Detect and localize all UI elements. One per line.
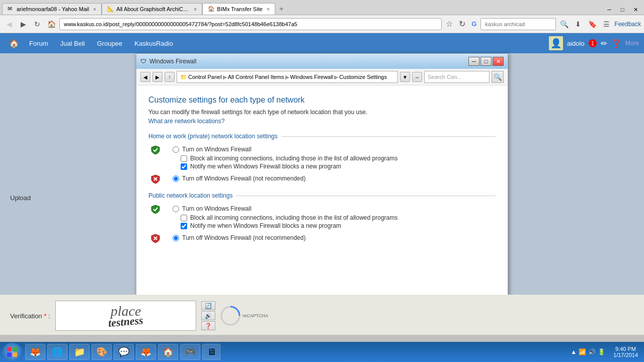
tray-battery-icon[interactable]: 🔋: [598, 348, 605, 355]
browser-window-controls: ─ □ ✕: [603, 5, 642, 15]
private-checkbox-notify[interactable]: [181, 163, 187, 170]
public-radio-off-label: Turn off Windows Firewall (not recommend…: [182, 234, 305, 241]
dialog-breadcrumb: 📁 Control Panel ▶ All Control Panel Item…: [177, 71, 398, 83]
tray-network-icon[interactable]: 📶: [579, 348, 586, 355]
start-button[interactable]: [2, 343, 22, 361]
tab-close-3[interactable]: ×: [267, 6, 270, 12]
refresh-icon[interactable]: ↻: [457, 19, 467, 29]
taskbar-item-8[interactable]: 🎮: [180, 344, 200, 360]
taskbar-item-3[interactable]: 📁: [69, 344, 90, 360]
tab-yahoo-mail[interactable]: ✉ ariefmonoarfa08 - Yahoo Mail ×: [2, 3, 102, 15]
browser-restore-button[interactable]: □: [616, 5, 629, 15]
public-checkbox-notify[interactable]: [181, 223, 187, 229]
edit-icon[interactable]: ✏: [601, 39, 607, 48]
tab-bimx[interactable]: 🏠 BIMx Transfer Site ×: [202, 3, 275, 15]
site-nav-jualbeli[interactable]: Jual Beli: [54, 36, 91, 51]
breadcrumb-dropdown-button[interactable]: ▼: [400, 72, 410, 82]
browser-minimize-button[interactable]: ─: [603, 5, 616, 15]
tab-close-1[interactable]: ×: [93, 6, 96, 12]
clock-time: 9:40 PM: [613, 346, 638, 352]
captcha-help-button[interactable]: ❓: [201, 321, 215, 330]
public-off-controls: Turn off Windows Firewall (not recommend…: [163, 232, 496, 243]
public-radio-on-row: Turn on Windows Firewall: [173, 205, 496, 212]
site-nav: 🏠 Forum Jual Beli Groupee KaskusRadio 👤 …: [0, 33, 644, 53]
tray-up-icon[interactable]: ▲: [571, 348, 577, 355]
home-button[interactable]: 🏠: [45, 18, 57, 30]
private-section-title: Home or work (private) network location …: [148, 133, 278, 140]
private-off-controls: Turn off Windows Firewall (not recommend…: [163, 173, 496, 184]
search-button[interactable]: 🔍: [558, 18, 570, 30]
taskbar-item-9[interactable]: 🖥: [202, 344, 220, 360]
dialog-search-button[interactable]: 🔍: [492, 71, 504, 83]
dialog-up-button[interactable]: ↑: [165, 72, 175, 82]
public-checkbox-block[interactable]: [181, 215, 187, 221]
taskbar-right: ▲ 📶 🔊 🔋 9:40 PM 1/17/2014: [569, 346, 642, 358]
public-radio-on[interactable]: [173, 206, 179, 212]
dialog-minimize-button[interactable]: ─: [468, 57, 479, 66]
taskbar-item-4[interactable]: 🎨: [92, 344, 112, 360]
star-icon[interactable]: ☆: [444, 19, 455, 29]
back-button[interactable]: ◀: [3, 18, 15, 30]
network-locations-link[interactable]: What are network locations?: [148, 118, 224, 125]
public-section-header: Public network location settings: [148, 192, 496, 199]
menu-button[interactable]: ☰: [600, 18, 612, 30]
taskbar-item-2[interactable]: 🌐: [47, 344, 67, 360]
captcha-word2: testness: [108, 314, 144, 330]
site-nav-home-icon[interactable]: 🏠: [5, 35, 23, 52]
recaptcha-label: reCAPTCHA: [243, 313, 268, 318]
dialog-refresh-button[interactable]: ↔: [412, 72, 422, 82]
private-on-shield-icon: [148, 144, 163, 155]
tab-favicon-1: ✉: [8, 6, 15, 13]
clock-date: 1/17/2014: [613, 352, 638, 358]
taskbar-item-1[interactable]: 🦊: [25, 344, 45, 360]
tab-close-2[interactable]: ×: [194, 6, 197, 12]
taskbar-item-5[interactable]: 💬: [114, 344, 134, 360]
private-firewall-off-row: Turn off Windows Firewall (not recommend…: [148, 173, 496, 184]
private-radio-on[interactable]: [173, 146, 179, 153]
site-nav-forum[interactable]: Forum: [23, 36, 54, 51]
breadcrumb-part3[interactable]: Windows Firewall: [290, 74, 334, 80]
notification-badge[interactable]: 1: [589, 39, 597, 47]
captcha-audio-button[interactable]: 🔊: [201, 311, 215, 320]
taskbar-clock[interactable]: 9:40 PM 1/17/2014: [609, 346, 642, 358]
new-tab-button[interactable]: +: [275, 3, 287, 15]
browser-close-button[interactable]: ✕: [629, 5, 642, 15]
recaptcha-logo: reCAPTCHA: [220, 306, 268, 326]
public-checkbox2-row: Notify me when Windows Firewall blocks a…: [181, 222, 496, 229]
more-link[interactable]: More: [625, 40, 639, 47]
dialog-search-box[interactable]: Search Con...: [424, 71, 490, 83]
dialog-forward-button[interactable]: ▶: [152, 72, 163, 82]
dialog-close-button[interactable]: ✕: [493, 57, 504, 66]
dialog-restore-button[interactable]: □: [480, 57, 492, 66]
captcha-refresh-button[interactable]: 🔄: [201, 301, 215, 310]
breadcrumb-part1[interactable]: Control Panel: [188, 74, 222, 80]
tab-favicon-3: 🏠: [208, 6, 215, 13]
public-on-shield-icon: [148, 203, 163, 214]
site-nav-kaskusradio[interactable]: KaskusRadio: [128, 36, 179, 51]
tray-volume-icon[interactable]: 🔊: [588, 348, 596, 355]
search-input[interactable]: [480, 18, 556, 30]
tab-archicad[interactable]: 📐 All About Graphisoft ArchiCAD Lover...…: [102, 3, 202, 15]
content-area: Upload 🛡 Windows Firewall ─ □ ✕ ◀ ▶ ↑: [0, 53, 644, 335]
bookmark-button[interactable]: 🔖: [586, 18, 598, 30]
refresh-button[interactable]: ↻: [31, 18, 43, 30]
forward-button[interactable]: ▶: [17, 18, 29, 30]
windows-firewall-dialog: 🛡 Windows Firewall ─ □ ✕ ◀ ▶ ↑ 📁 Control…: [136, 53, 508, 320]
windows-logo: [6, 346, 18, 358]
taskbar-item-6[interactable]: 🦊: [136, 344, 156, 360]
dialog-back-button[interactable]: ◀: [140, 72, 150, 82]
taskbar-item-7[interactable]: 🏠: [158, 344, 178, 360]
public-firewall-off-row: Turn off Windows Firewall (not recommend…: [148, 232, 496, 243]
public-radio-off[interactable]: [173, 235, 179, 241]
private-firewall-on-row: Turn on Windows Firewall Block all incom…: [148, 144, 496, 171]
site-nav-groupee[interactable]: Groupee: [91, 36, 129, 51]
address-bar[interactable]: [59, 18, 442, 30]
download-button[interactable]: ⬇: [572, 18, 584, 30]
private-radio-off[interactable]: [173, 175, 179, 182]
dialog-search-placeholder: Search Con...: [428, 74, 461, 80]
dialog-title-icon: 🛡: [140, 58, 146, 65]
private-checkbox-block[interactable]: [181, 155, 187, 162]
help-icon[interactable]: ❓: [611, 39, 621, 48]
feedback-link[interactable]: Feedback: [614, 21, 641, 28]
breadcrumb-part2[interactable]: All Control Panel Items: [228, 74, 284, 80]
